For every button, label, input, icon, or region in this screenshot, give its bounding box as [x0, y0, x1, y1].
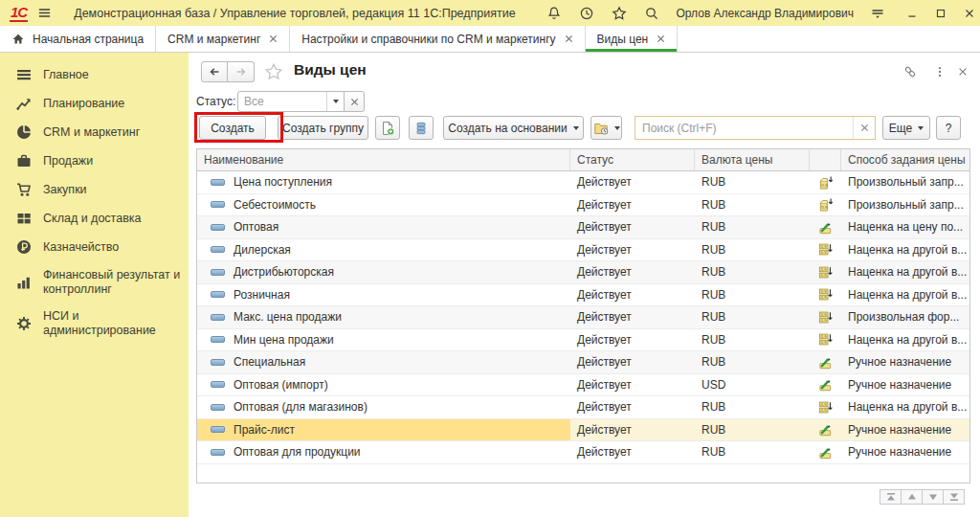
- sidebar-item-planning[interactable]: Планирование: [0, 89, 189, 118]
- sidebar-item-treasury[interactable]: Казначейство: [0, 233, 189, 261]
- price-method: Наценка на другой в...: [841, 239, 969, 261]
- sidebar-item-label: Закупки: [43, 183, 87, 197]
- list-toolbar: Создать Создать группу Создать на основа…: [189, 115, 980, 142]
- column-header[interactable]: Способ задания цены: [841, 149, 969, 170]
- scroll-down-icon[interactable]: [922, 489, 944, 505]
- svg-text:0,9: 0,9: [820, 312, 827, 317]
- table-row[interactable]: Оптовая (для магазинов)ДействуетRUB0,90,…: [197, 396, 969, 419]
- tab-close-icon[interactable]: [269, 34, 278, 43]
- search-icon[interactable]: [644, 6, 659, 21]
- gear-icon: [15, 316, 33, 331]
- item-marker-icon: [211, 381, 225, 388]
- column-header[interactable]: [810, 149, 841, 170]
- maximize-button[interactable]: [930, 4, 951, 23]
- sections-panel: ГлавноеПланированиеCRM и маркетингПродаж…: [0, 53, 189, 517]
- current-user[interactable]: Орлов Александр Владимирович: [676, 7, 854, 20]
- table-row[interactable]: СебестоимостьДействуетRUB0,9Произвольный…: [197, 194, 969, 217]
- item-marker-icon: [211, 201, 225, 208]
- price-groups-button[interactable]: [409, 116, 434, 140]
- history-icon[interactable]: [579, 6, 594, 21]
- price-currency: RUB: [695, 216, 810, 238]
- close-form-icon[interactable]: [954, 63, 971, 80]
- sidebar-item-admin[interactable]: НСИ и администрирование: [0, 303, 189, 344]
- sidebar-item-purchases[interactable]: Закупки: [0, 175, 189, 204]
- price-currency: RUB: [695, 306, 810, 328]
- price-currency: RUB: [695, 351, 810, 373]
- status-filter-clear-icon[interactable]: [344, 91, 365, 112]
- sidebar-item-finance[interactable]: Финансовый результат и контроллинг: [0, 261, 189, 303]
- more-menu-icon[interactable]: [931, 63, 948, 80]
- price-currency: RUB: [695, 441, 810, 463]
- scroll-up-icon[interactable]: [901, 489, 923, 505]
- scroll-to-top-icon[interactable]: [880, 489, 902, 505]
- table-row[interactable]: Оптовая для продукцииДействуетRUBРучное …: [197, 441, 969, 464]
- favorites-icon[interactable]: [612, 6, 627, 21]
- price-currency: RUB: [695, 396, 810, 418]
- table-header: НаименованиеСтатусВалюта ценыСпособ зада…: [197, 149, 969, 171]
- add-to-favorites-icon[interactable]: [264, 62, 283, 84]
- sidebar-item-sales[interactable]: Продажи: [0, 146, 189, 175]
- more-actions-button[interactable]: Еще: [882, 116, 930, 140]
- table-row[interactable]: Мин цена продажиДействуетRUB0,90,9Наценк…: [197, 329, 969, 352]
- table-row[interactable]: Цена поступленияДействуетRUB0,9Произволь…: [197, 171, 969, 194]
- tags-method-icon: 0,90,9: [810, 239, 841, 261]
- combobox-dropdown-icon[interactable]: [326, 92, 344, 111]
- search-input[interactable]: Поиск (Ctrl+F): [635, 116, 876, 140]
- create-based-on-button[interactable]: Создать на основании: [443, 116, 584, 140]
- briefcase-icon: [15, 153, 33, 169]
- status-filter-label: Статус:: [196, 95, 235, 108]
- table-body: Цена поступленияДействуетRUB0,9Произволь…: [197, 171, 969, 464]
- help-button[interactable]: ?: [936, 116, 961, 140]
- create-button[interactable]: Создать: [199, 116, 266, 140]
- status-filter-combobox[interactable]: Все: [237, 91, 345, 112]
- price-currency: RUB: [695, 171, 810, 193]
- tab-price-types[interactable]: Виды цен: [586, 26, 679, 52]
- table-row[interactable]: ДилерскаяДействуетRUB0,90,9Наценка на др…: [197, 239, 969, 262]
- table-row[interactable]: ДистрибьюторскаяДействуетRUB0,90,9Наценк…: [197, 261, 969, 284]
- forward-button[interactable]: [228, 61, 255, 82]
- sidebar-item-label: НСИ и администрирование: [43, 309, 187, 337]
- service-menu-icon[interactable]: [870, 6, 885, 21]
- item-marker-icon: [211, 449, 225, 456]
- column-header[interactable]: Статус: [570, 149, 695, 170]
- query-method-icon: 0,9: [810, 194, 841, 216]
- sidebar-item-main[interactable]: Главное: [0, 60, 189, 89]
- search-clear-icon[interactable]: [853, 117, 875, 139]
- tab-close-icon[interactable]: [565, 34, 573, 43]
- table-row[interactable]: Оптовая (импорт)ДействуетUSDРучное назна…: [197, 374, 969, 397]
- price-currency: RUB: [695, 194, 810, 216]
- price-method: Ручное назначение: [841, 441, 969, 463]
- tab-home[interactable]: Начальная страница: [0, 26, 156, 52]
- notifications-icon[interactable]: [546, 6, 562, 21]
- scroll-to-bottom-icon[interactable]: [943, 489, 965, 505]
- tab-crm-marketing[interactable]: CRM и маркетинг: [156, 26, 290, 52]
- sidebar-item-label: Финансовый результат и контроллинг: [43, 268, 187, 296]
- price-method: Ручное назначение: [841, 374, 969, 396]
- create-group-button[interactable]: Создать группу: [278, 116, 368, 140]
- tab-close-icon[interactable]: [657, 34, 665, 43]
- table-row[interactable]: РозничнаяДействуетRUB0,90,9Наценка на др…: [197, 284, 969, 307]
- column-header[interactable]: Наименование: [197, 149, 570, 170]
- minimize-button[interactable]: [902, 4, 923, 23]
- main-menu-icon[interactable]: [36, 6, 52, 21]
- back-button[interactable]: [201, 61, 228, 82]
- table-row[interactable]: СпециальнаяДействуетRUBРучное назначение: [197, 351, 969, 374]
- tab-crm-settings[interactable]: Настройки и справочники по CRM и маркети…: [290, 26, 585, 52]
- copy-new-element-button[interactable]: [375, 116, 400, 140]
- reports-button[interactable]: [590, 116, 622, 140]
- table-row[interactable]: ОптоваяДействуетRUBНаценка на цену по...: [197, 216, 969, 239]
- column-header[interactable]: Валюта цены: [695, 149, 810, 170]
- table-row[interactable]: Прайс-листДействуетRUBРучное назначение: [197, 419, 969, 442]
- sidebar-item-crm[interactable]: CRM и маркетинг: [0, 118, 189, 146]
- table-row[interactable]: Макс. цена продажиДействуетRUB0,90,9Прои…: [197, 306, 969, 329]
- close-button[interactable]: [959, 4, 980, 23]
- price-type-status: Действует: [570, 329, 695, 351]
- sidebar-item-label: Казначейство: [43, 240, 119, 255]
- price-types-form: Виды цен Статус: Все Создать Создать гру…: [189, 53, 980, 517]
- home-icon: [11, 33, 25, 46]
- item-marker-icon: [211, 224, 225, 231]
- sidebar-item-warehouse[interactable]: Склад и доставка: [0, 204, 189, 233]
- svg-text:0,9: 0,9: [820, 408, 827, 413]
- get-link-icon[interactable]: [902, 63, 919, 80]
- sidebar-item-label: Главное: [43, 68, 89, 82]
